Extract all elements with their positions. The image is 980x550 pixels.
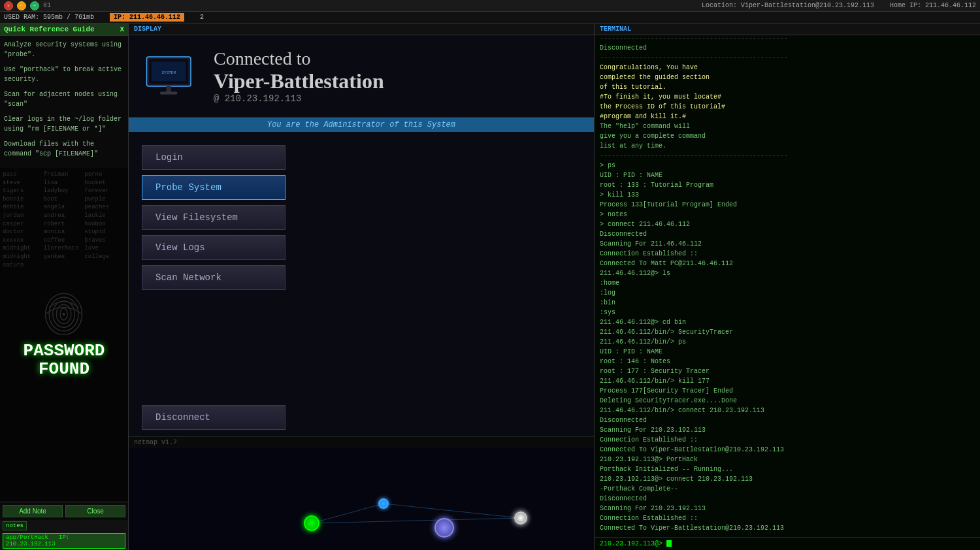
ram-display: USED RAM: 595mb / 761mb IP: 211.46.46.11… — [4, 14, 204, 21]
terminal-line: > notes — [600, 210, 975, 219]
terminal-line: Process 133[Tutorial Program] Ended — [600, 200, 975, 210]
left-panel-buttons: Add Note Close — [0, 502, 128, 520]
svg-rect-10 — [167, 86, 172, 92]
password-cracker-area: passfreimanpornostevelisabuckettigerslad… — [0, 168, 128, 502]
terminal-line: 211.46.46.112/bin/> kill 177 — [600, 376, 975, 386]
password-word: freiman — [44, 170, 85, 179]
close-button[interactable]: Close — [65, 505, 125, 517]
password-word: forever — [84, 187, 125, 195]
network-node-large-blue[interactable] — [434, 518, 454, 538]
middle-panel: DISPLAY SYSTEM Connected to Viper-Battle… — [129, 24, 595, 550]
svg-line-12 — [312, 504, 384, 523]
terminal-line: UID : PID : NAME — [600, 170, 975, 180]
minimize-window-button[interactable]: − — [17, 1, 26, 10]
terminal-line: 211.46.46.112/bin/> connect 210.23.192.1… — [600, 406, 975, 415]
main-layout: Quick Reference Guide X Analyze security… — [0, 24, 980, 550]
terminal-line: Connection Established :: — [600, 513, 975, 523]
password-word: llorerhats — [44, 244, 85, 253]
view-filesystem-button[interactable]: View Filesystem — [142, 205, 286, 230]
password-word: college — [84, 253, 125, 261]
password-word: coffee — [44, 236, 85, 245]
password-word: casper — [3, 220, 44, 229]
system-ip: @ 210.23.192.113 — [214, 93, 384, 104]
password-word: hooboo — [84, 220, 125, 229]
system-info: Connected to Viper-Battlestation @ 210.2… — [214, 48, 384, 104]
terminal-line: Connected To Matt PC@211.46.46.112 — [600, 259, 975, 268]
password-word: love — [84, 244, 125, 253]
probe-system-button[interactable]: Probe System — [142, 175, 286, 200]
network-node-green[interactable] — [304, 515, 319, 531]
terminal-line: 211.46.46.112/bin/> ps — [600, 337, 975, 347]
location-info: Location: Viper-Battlestation@210.23.192… — [702, 2, 976, 9]
svg-line-13 — [312, 518, 521, 523]
terminal-line: Scanning For 210.23.192.113 — [600, 504, 975, 513]
password-word: braves — [84, 236, 125, 245]
terminal-line: #To finish it, you must locate# — [600, 92, 975, 102]
close-window-button[interactable]: ✕ — [4, 1, 13, 10]
note-item-1: Analyze security systems using "probe". — [4, 40, 124, 59]
connected-to-label: Connected to — [214, 48, 384, 69]
password-word: xxxxxx — [3, 236, 44, 245]
view-logs-button[interactable]: View Logs — [142, 235, 286, 260]
note-item-3: Scan for adjacent nodes using "scan" — [4, 89, 124, 109]
terminal-line: completed the guided section — [600, 73, 975, 82]
terminal-line: root : 177 : Security Tracer — [600, 366, 975, 376]
password-word: debbie — [3, 203, 44, 212]
terminal-line: 211.46.46.112/bin/> SecurityTracer — [600, 327, 975, 337]
add-note-button[interactable]: Add Note — [3, 505, 63, 517]
password-word: jordan — [3, 212, 44, 220]
terminal-line: Scanning For 211.46.46.112 — [600, 239, 975, 249]
password-word: purple — [84, 195, 125, 204]
terminal-line: Connection Established :: — [600, 435, 975, 445]
terminal-line: Connected To Viper-Battlestation@210.23.… — [600, 523, 975, 533]
note-item-2: Use "porthack" to break active security. — [4, 65, 124, 84]
password-word: doctor — [3, 228, 44, 236]
terminal-line: Disconnected — [600, 43, 975, 53]
password-word: boot — [44, 195, 85, 204]
terminal-line: Connection Established :: — [600, 249, 975, 259]
maximize-window-button[interactable]: + — [30, 1, 39, 10]
password-word: tigers — [3, 187, 44, 195]
terminal-line: :sys — [600, 308, 975, 317]
terminal-line: :home — [600, 278, 975, 288]
terminal-line: give you a complete command — [600, 131, 975, 141]
password-word: stupid — [84, 228, 125, 236]
terminal-line: Porthack Initialized -- Running... — [600, 464, 975, 474]
note-item-5: Download files with the command "scp [FI… — [4, 139, 124, 159]
password-word: porno — [84, 170, 125, 179]
menu-area: Login Probe System View Filesystem View … — [129, 132, 594, 303]
display-header: DISPLAY — [129, 24, 594, 35]
svg-text:SYSTEM: SYSTEM — [161, 71, 176, 75]
terminal-line: The "help" command will — [600, 121, 975, 131]
terminal-line: ----------------------------------------… — [600, 151, 975, 161]
status-bar: USED RAM: 595mb / 761mb IP: 211.46.46.11… — [0, 12, 980, 24]
password-word: saturn — [3, 261, 44, 270]
password-word: monica — [44, 228, 85, 236]
terminal-header: TERMINAL — [595, 24, 980, 35]
terminal-output: Note: the wildcard "*" indicates"All".--… — [595, 35, 980, 537]
window-title: 61 — [43, 2, 51, 9]
notes-tab[interactable]: notes — [3, 521, 27, 530]
porthack-tab[interactable]: app/PortHack IP: 210.23.192.113 — [3, 533, 125, 549]
terminal-line: Scanning For 210.23.192.113 — [600, 425, 975, 435]
password-word: steve — [3, 179, 44, 187]
scan-network-button[interactable]: Scan Network — [142, 265, 286, 290]
terminal-line: the Process ID of this tutorial# — [600, 102, 975, 112]
password-word: ladyboy — [44, 187, 85, 195]
terminal-line: ----------------------------------------… — [600, 35, 975, 43]
top-bar: ✕ − + 61 Location: Viper-Battlestation@2… — [0, 0, 980, 12]
terminal-line: Congratulations, You have — [600, 63, 975, 73]
login-button[interactable]: Login — [142, 145, 286, 170]
network-node-white[interactable] — [514, 511, 527, 525]
password-word: robert — [44, 220, 85, 229]
disconnect-button[interactable]: Disconnect — [142, 405, 286, 430]
fingerprint-icon — [41, 291, 87, 336]
prompt-text: 210.23.192.113@> — [600, 540, 662, 547]
terminal-line: #program and kill it.# — [600, 112, 975, 121]
notes-close-button[interactable]: X — [120, 25, 124, 33]
terminal-line: :bin — [600, 298, 975, 308]
system-display: SYSTEM Connected to Viper-Battlestation … — [129, 35, 594, 118]
terminal-line: root : 133 : Tutorial Program — [600, 180, 975, 190]
terminal-line: 211.46.46.112@> ls — [600, 268, 975, 278]
network-node-blue[interactable] — [378, 498, 389, 509]
